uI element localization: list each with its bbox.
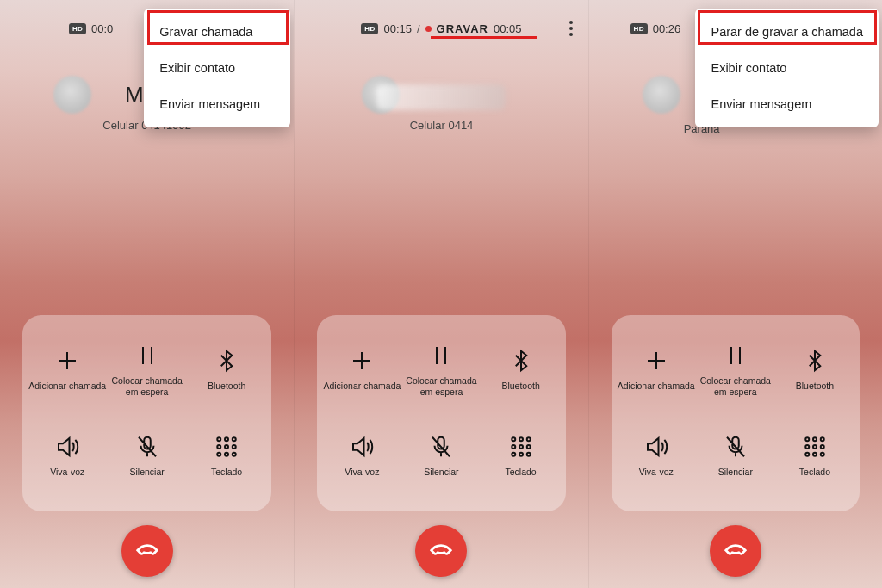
phone-hangup-icon [428, 536, 454, 566]
add-call-button[interactable]: Adicionar chamada [322, 327, 401, 413]
pause-icon [134, 343, 160, 368]
menu-item-send-message[interactable]: Enviar mensagem [144, 86, 290, 122]
bluetooth-label: Bluetooth [501, 381, 539, 392]
menu-item-show-contact[interactable]: Exibir contato [695, 50, 879, 86]
end-call-button[interactable] [121, 525, 173, 577]
pause-icon [428, 343, 454, 368]
svg-point-10 [519, 438, 523, 442]
call-controls-panel: Adicionar chamada Colocar chamada em esp… [22, 315, 271, 511]
svg-point-23 [821, 445, 824, 449]
svg-point-9 [512, 438, 515, 442]
end-call-button[interactable] [710, 525, 761, 577]
plus-icon [643, 348, 669, 374]
contact-subline: Celular 0414 [295, 119, 587, 132]
speaker-button[interactable]: Viva-voz [617, 413, 696, 499]
hold-call-label: Colocar chamada em espera [109, 375, 186, 398]
hd-badge: HD [69, 23, 86, 34]
mute-label: Silenciar [718, 467, 753, 478]
keypad-button[interactable]: Teclado [187, 413, 266, 499]
screen-3: HD 00:26 Paraná Parar de gravar a chamad… [588, 0, 882, 588]
end-call-button[interactable] [415, 525, 467, 577]
svg-point-17 [526, 453, 530, 456]
mic-off-icon [134, 434, 160, 460]
bluetooth-button[interactable]: Bluetooth [775, 327, 854, 413]
keypad-label: Teclado [799, 467, 830, 478]
keypad-icon [214, 434, 239, 460]
svg-point-19 [813, 438, 817, 442]
svg-point-26 [821, 453, 824, 456]
overflow-menu: Parar de gravar a chamada Exibir contato… [695, 9, 879, 127]
menu-item-show-contact[interactable]: Exibir contato [144, 50, 290, 86]
svg-point-24 [805, 453, 809, 456]
mute-button[interactable]: Silenciar [696, 413, 775, 499]
menu-item-send-message[interactable]: Enviar mensagem [695, 86, 879, 122]
add-call-button[interactable]: Adicionar chamada [28, 327, 107, 413]
contact-block [295, 76, 587, 110]
speaker-button[interactable]: Viva-voz [28, 413, 107, 499]
svg-point-21 [805, 445, 809, 449]
bluetooth-label: Bluetooth [208, 381, 245, 392]
separator: / [417, 22, 420, 35]
more-options-button[interactable] [562, 19, 580, 38]
speaker-label: Viva-voz [50, 467, 84, 478]
keypad-label: Teclado [211, 467, 242, 478]
record-timer: 00:05 [494, 22, 522, 35]
speaker-label: Viva-voz [345, 467, 379, 478]
keypad-label: Teclado [506, 467, 537, 478]
add-call-button[interactable]: Adicionar chamada [617, 327, 696, 413]
highlight-underline [431, 36, 537, 39]
svg-point-0 [217, 438, 220, 442]
bluetooth-icon [214, 348, 239, 374]
plus-icon [349, 348, 375, 374]
menu-item-record-call[interactable]: Gravar chamada [144, 14, 290, 50]
speaker-icon [349, 434, 375, 460]
avatar [643, 76, 680, 114]
add-call-label: Adicionar chamada [618, 381, 695, 392]
call-controls-panel: Adicionar chamada Colocar chamada em esp… [317, 315, 565, 511]
phone-hangup-icon [134, 536, 160, 566]
pause-icon [723, 343, 748, 368]
keypad-button[interactable]: Teclado [775, 413, 854, 499]
hd-badge: HD [630, 23, 648, 34]
svg-point-11 [526, 438, 530, 442]
overflow-menu: Gravar chamada Exibir contato Enviar men… [144, 9, 290, 127]
call-topbar: HD 00:15 / GRAVAR 00:05 [295, 19, 587, 38]
svg-point-16 [519, 453, 523, 456]
bluetooth-button[interactable]: Bluetooth [481, 327, 561, 413]
hold-call-label: Colocar chamada em espera [402, 375, 480, 398]
svg-point-22 [813, 445, 817, 449]
mute-button[interactable]: Silenciar [107, 413, 186, 499]
call-timer: 00:0 [91, 22, 113, 35]
record-dot-icon [425, 26, 432, 32]
call-timer: 00:15 [383, 22, 412, 35]
screen-2: HD 00:15 / GRAVAR 00:05 Celular 0414 Adi… [294, 0, 587, 588]
svg-point-1 [225, 438, 228, 442]
speaker-button[interactable]: Viva-voz [322, 413, 401, 499]
contact-name-partial: M [125, 82, 144, 108]
mute-button[interactable]: Silenciar [401, 413, 481, 499]
bluetooth-icon [802, 348, 828, 374]
speaker-icon [643, 434, 669, 460]
add-call-label: Adicionar chamada [28, 381, 106, 392]
svg-point-12 [512, 445, 515, 449]
svg-point-3 [217, 445, 220, 449]
avatar [53, 76, 91, 114]
menu-item-stop-recording[interactable]: Parar de gravar a chamada [695, 14, 879, 50]
svg-point-18 [805, 438, 809, 442]
svg-point-20 [821, 438, 824, 442]
speaker-icon [54, 434, 80, 460]
svg-point-15 [512, 453, 515, 456]
svg-point-7 [225, 453, 228, 456]
svg-point-8 [233, 453, 236, 456]
svg-point-6 [217, 453, 220, 456]
screen-1: HD 00:0 M Celular 04141992 Gravar chamad… [0, 0, 294, 588]
hold-call-button[interactable]: Colocar chamada em espera [401, 327, 481, 413]
bluetooth-button[interactable]: Bluetooth [187, 327, 266, 413]
svg-point-4 [225, 445, 228, 449]
keypad-button[interactable]: Teclado [481, 413, 561, 499]
mic-off-icon [723, 434, 748, 460]
phone-hangup-icon [723, 536, 748, 566]
call-timer: 00:26 [653, 22, 681, 35]
hold-call-button[interactable]: Colocar chamada em espera [696, 327, 775, 413]
hold-call-button[interactable]: Colocar chamada em espera [107, 327, 186, 413]
